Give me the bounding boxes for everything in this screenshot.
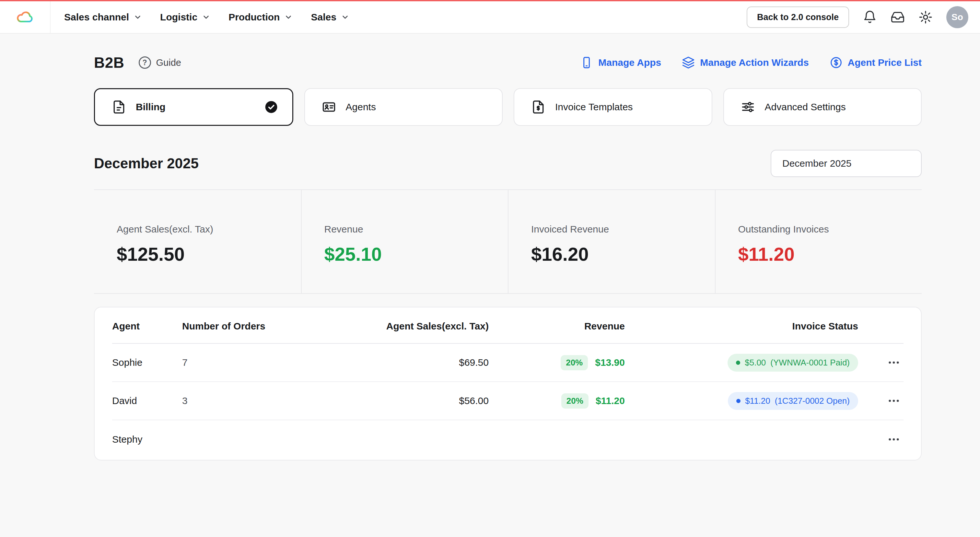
period-heading: December 2025 — [94, 155, 199, 172]
status-ref: (1C327-0002 Open) — [775, 396, 850, 406]
chevron-down-icon — [202, 13, 210, 21]
revenue-cell: 20% $13.90 — [489, 355, 625, 370]
agent-sales: $56.00 — [344, 395, 489, 406]
ellipsis-icon — [887, 394, 900, 408]
col-header-agent: Agent — [112, 321, 182, 332]
row-actions — [858, 430, 904, 449]
table-row: Sophie 7 $69.50 20% $13.90 $5.00 (YWNWA-… — [112, 344, 904, 382]
nav-sales[interactable]: Sales — [311, 12, 349, 23]
month-selector[interactable]: December 2025 — [771, 150, 922, 177]
tab-label: Advanced Settings — [765, 102, 846, 113]
notifications-bell-icon[interactable] — [863, 10, 877, 24]
inbox-icon[interactable] — [891, 10, 905, 24]
tab-label: Invoice Templates — [555, 102, 633, 113]
period-row: December 2025 December 2025 — [94, 150, 922, 177]
ellipsis-icon — [887, 356, 900, 369]
tab-label: Billing — [136, 102, 165, 113]
manage-apps-link[interactable]: Manage Apps — [580, 56, 661, 69]
stat-value: $16.20 — [531, 243, 715, 265]
row-menu-button[interactable] — [884, 430, 904, 449]
rainbow-cloud-logo-icon — [16, 8, 34, 27]
status-amount: $11.20 — [745, 396, 770, 406]
order-count: 7 — [182, 357, 344, 368]
agents-billing-table: Agent Number of Orders Agent Sales(excl.… — [94, 307, 922, 461]
home-logo[interactable] — [0, 1, 51, 33]
invoice-status-cell: $5.00 (YWNWA-0001 Paid) — [625, 354, 858, 371]
link-label: Manage Apps — [598, 57, 661, 68]
ellipsis-icon — [887, 433, 900, 446]
stat-outstanding-invoices: Outstanding Invoices $11.20 — [715, 190, 922, 293]
section-tabs: Billing Agents — [94, 88, 922, 126]
billing-file-icon — [112, 100, 126, 114]
stat-value: $25.10 — [325, 243, 508, 265]
phone-icon — [580, 56, 593, 69]
status-dot-icon — [736, 399, 740, 403]
col-header-status: Invoice Status — [625, 321, 858, 332]
stat-value: $11.20 — [738, 243, 922, 265]
nav-label: Sales — [311, 12, 336, 23]
check-circle-icon — [264, 100, 278, 114]
stat-label: Revenue — [325, 224, 508, 235]
revenue-percent-badge: 20% — [561, 394, 589, 409]
revenue-cell: 20% $11.20 — [489, 394, 625, 409]
nav-label: Sales channel — [64, 12, 129, 23]
invoice-status-badge[interactable]: $5.00 (YWNWA-0001 Paid) — [727, 354, 858, 371]
order-count: 3 — [182, 395, 344, 406]
revenue-value: $13.90 — [595, 357, 625, 368]
guide-link[interactable]: ? Guide — [139, 56, 181, 69]
tab-invoice-templates[interactable]: Invoice Templates — [514, 88, 712, 126]
chevron-down-icon — [134, 13, 142, 21]
chevron-down-icon — [284, 13, 293, 21]
page: Sales channel Logistic Production Sales … — [0, 0, 980, 461]
link-label: Agent Price List — [848, 57, 922, 68]
manage-action-wizards-link[interactable]: Manage Action Wizards — [682, 56, 808, 69]
guide-label: Guide — [156, 57, 181, 68]
month-selector-value: December 2025 — [782, 158, 851, 169]
nav-sales-channel[interactable]: Sales channel — [64, 12, 142, 23]
col-header-sales: Agent Sales(excl. Tax) — [344, 321, 489, 332]
stat-invoiced-revenue: Invoiced Revenue $16.20 — [508, 190, 715, 293]
file-dollar-icon — [531, 100, 546, 114]
tab-agents[interactable]: Agents — [304, 88, 503, 126]
invoice-status-badge[interactable]: $11.20 (1C327-0002 Open) — [728, 392, 858, 410]
tab-billing[interactable]: Billing — [94, 88, 293, 126]
stats-band: Agent Sales(excl. Tax) $125.50 Revenue $… — [94, 190, 922, 294]
stat-label: Agent Sales(excl. Tax) — [117, 224, 301, 235]
stat-label: Outstanding Invoices — [738, 224, 922, 235]
nav-label: Logistic — [160, 12, 197, 23]
dollar-circle-icon — [830, 56, 843, 69]
main-nav: Sales channel Logistic Production Sales — [64, 12, 349, 23]
topbar: Sales channel Logistic Production Sales … — [0, 1, 980, 34]
nav-label: Production — [229, 12, 280, 23]
chevron-down-icon — [341, 13, 349, 21]
avatar[interactable]: So — [946, 6, 968, 28]
stat-agent-sales: Agent Sales(excl. Tax) $125.50 — [94, 190, 301, 293]
row-menu-button[interactable] — [884, 353, 904, 372]
tab-advanced-settings[interactable]: Advanced Settings — [723, 88, 922, 126]
help-circle-icon: ? — [139, 56, 151, 69]
stat-value: $125.50 — [117, 243, 301, 265]
back-to-console-button[interactable]: Back to 2.0 console — [747, 6, 849, 28]
link-label: Manage Action Wizards — [700, 57, 808, 68]
topbar-right: Back to 2.0 console So — [747, 6, 968, 28]
table-header-row: Agent Number of Orders Agent Sales(excl.… — [112, 309, 904, 344]
nav-logistic[interactable]: Logistic — [160, 12, 210, 23]
col-header-orders: Number of Orders — [182, 321, 344, 332]
nav-production[interactable]: Production — [229, 12, 293, 23]
agent-price-list-link[interactable]: Agent Price List — [830, 56, 922, 69]
id-card-icon — [322, 100, 336, 114]
stat-label: Invoiced Revenue — [531, 224, 715, 235]
status-amount: $5.00 — [745, 358, 766, 368]
col-header-revenue: Revenue — [489, 321, 625, 332]
layers-icon — [682, 56, 695, 69]
page-header: B2B ? Guide Manage Apps — [94, 54, 922, 71]
row-menu-button[interactable] — [884, 391, 904, 411]
tab-label: Agents — [346, 102, 376, 113]
revenue-percent-badge: 20% — [561, 355, 588, 370]
table-row: Stephy — [112, 420, 904, 459]
settings-gear-icon[interactable] — [918, 10, 933, 24]
main-content: B2B ? Guide Manage Apps — [0, 34, 980, 461]
header-links: Manage Apps Manage Action Wizards — [580, 56, 922, 69]
revenue-value: $11.20 — [596, 395, 625, 406]
stat-revenue: Revenue $25.10 — [301, 190, 508, 293]
